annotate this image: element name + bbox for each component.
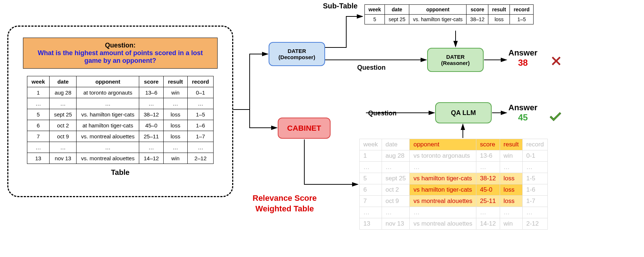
sub-table-header-cell: date: [385, 5, 409, 15]
table-cell: 2-12: [523, 218, 548, 230]
sub-table-header-cell: record: [510, 5, 534, 15]
table-row: ………………: [360, 162, 548, 173]
answer-1: Answer 38: [508, 48, 537, 68]
table-cell: …: [382, 162, 410, 173]
table-cell: sept 25: [50, 109, 77, 120]
table-cell: 1-7: [523, 196, 548, 207]
table-cell: 25-11: [476, 196, 500, 207]
dater-decomp-line1: DATER: [274, 48, 320, 54]
qa-llm-module: QA LLM: [435, 102, 492, 123]
table-cell: 1: [27, 87, 50, 98]
table-row: 1aug 28vs toronto argonauts13-6win0-1: [360, 150, 548, 162]
table-cell: vs montreal alouettes: [410, 196, 476, 207]
table-cell: 1–5: [187, 109, 214, 120]
table-cell: 1–7: [187, 131, 214, 142]
table-cell: …: [476, 162, 500, 173]
main-table-header-cell: result: [163, 76, 187, 87]
table-cell: 14-12: [476, 218, 500, 230]
table-cell: …: [163, 98, 187, 109]
main-table-header-cell: record: [187, 76, 214, 87]
table-cell: …: [382, 207, 410, 218]
table-cell: …: [187, 142, 214, 153]
table-cell: …: [187, 98, 214, 109]
table-cell: oct 2: [382, 184, 410, 196]
table-row: 13nov 13vs. montreal alouettes14–12win2–…: [27, 153, 214, 164]
table-cell: loss: [163, 120, 187, 131]
question-label: Question:: [31, 42, 210, 49]
sub-table-header-cell: result: [488, 5, 510, 15]
table-cell: 13: [360, 218, 382, 230]
main-table-header-cell: week: [27, 76, 50, 87]
table-cell: 0-1: [523, 150, 548, 162]
table-cell: 6: [360, 184, 382, 196]
table-cell: loss: [500, 196, 523, 207]
check-icon: [548, 109, 563, 125]
table-row: ………………: [27, 142, 214, 153]
table-row: ………………: [360, 207, 548, 218]
table-cell: …: [410, 162, 476, 173]
dater-decomposer-module: DATER (Decomposer): [269, 42, 325, 66]
table-cell: …: [500, 207, 523, 218]
dater-reasoner-module: DATER (Reasoner): [427, 48, 484, 72]
table-cell: …: [523, 162, 548, 173]
table-cell: 13: [27, 153, 50, 164]
main-table-header-cell: date: [50, 76, 77, 87]
table-cell: week: [360, 139, 382, 150]
table-cell: …: [27, 98, 50, 109]
sub-table-header-cell: opponent: [409, 5, 467, 15]
table-cell: win: [500, 150, 523, 162]
qallm-label: QA LLM: [440, 109, 487, 117]
table-cell: …: [410, 207, 476, 218]
table-row: 5sept 25vs. hamilton tiger-cats38–12loss…: [27, 109, 214, 120]
table-cell: aug 28: [382, 150, 410, 162]
answer-2: Answer 45: [508, 103, 537, 123]
table-cell: 14–12: [139, 153, 164, 164]
table-cell: vs toronto argonauts: [410, 150, 476, 162]
table-cell: vs. montreal alouettes: [77, 131, 139, 142]
table-cell: vs. hamilton tiger-cats: [77, 109, 139, 120]
answer-2-label: Answer: [508, 103, 537, 112]
table-cell: 5: [365, 15, 385, 24]
table-cell: …: [360, 162, 382, 173]
table-cell: 6: [27, 120, 50, 131]
question-box: Question: What is the highest amount of …: [23, 38, 218, 69]
table-cell: aug 28: [50, 87, 77, 98]
table-cell: loss: [488, 15, 510, 24]
table-cell: result: [500, 139, 523, 150]
table-cell: oct 9: [382, 196, 410, 207]
main-table-label: Table: [19, 168, 221, 177]
answer-1-label: Answer: [508, 48, 537, 58]
table-cell: loss: [163, 131, 187, 142]
table-cell: loss: [500, 173, 523, 184]
table-cell: 1–6: [187, 120, 214, 131]
cross-icon: [549, 54, 563, 69]
table-row: 6oct 2at hamilton tiger-cats45–0loss1–6: [27, 120, 214, 131]
table-cell: 5: [27, 109, 50, 120]
main-table: weekdateopponentscoreresultrecord 1aug 2…: [27, 76, 214, 164]
answer-2-value: 45: [508, 112, 537, 123]
table-cell: 45–0: [139, 120, 164, 131]
cabinet-module: CABINET: [278, 118, 331, 139]
question-arrow-label-2: Question: [368, 110, 397, 117]
table-cell: 13–6: [139, 87, 164, 98]
table-cell: 7: [27, 131, 50, 142]
table-cell: oct 9: [50, 131, 77, 142]
table-cell: loss: [163, 109, 187, 120]
table-cell: 1–5: [510, 15, 534, 24]
table-row: weekdateopponentscoreresultrecord: [360, 139, 548, 150]
table-cell: 5: [360, 173, 382, 184]
table-row: 13nov 13vs montreal alouettes14-12win2-1…: [360, 218, 548, 230]
table-cell: 38–12: [139, 109, 164, 120]
table-cell: 1: [360, 150, 382, 162]
question-arrow-label-1: Question: [357, 64, 386, 72]
table-cell: …: [500, 162, 523, 173]
table-cell: …: [77, 142, 139, 153]
sub-table-label: Sub-Table: [323, 2, 358, 10]
table-cell: …: [50, 98, 77, 109]
table-cell: …: [476, 207, 500, 218]
table-cell: vs. montreal alouettes: [77, 153, 139, 164]
table-cell: nov 13: [382, 218, 410, 230]
table-cell: 25–11: [139, 131, 164, 142]
table-cell: score: [476, 139, 500, 150]
answer-1-value: 38: [508, 58, 537, 68]
